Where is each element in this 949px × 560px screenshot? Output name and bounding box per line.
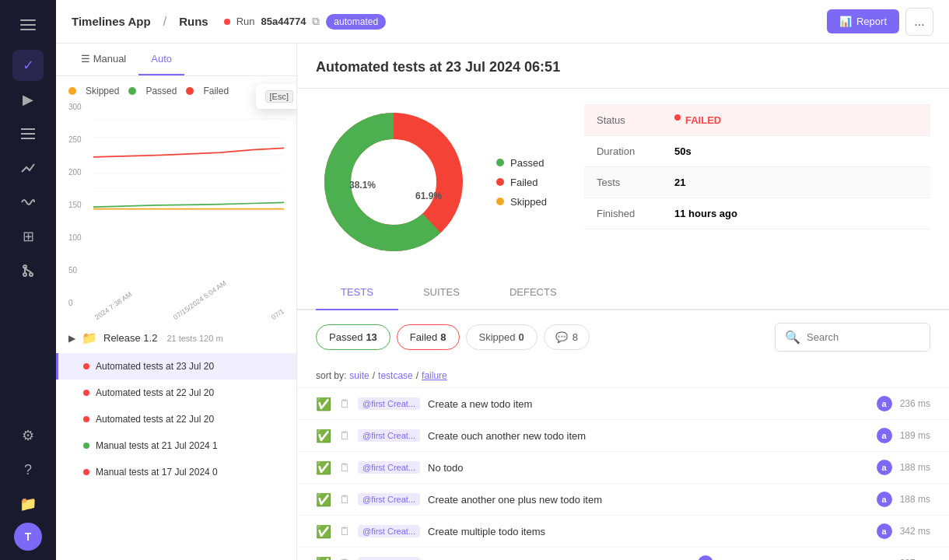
user-badge: a <box>877 523 892 539</box>
run-item[interactable]: Automated tests at 22 Jul 20 <box>56 406 296 432</box>
wave-icon[interactable] <box>12 187 44 218</box>
branch-icon[interactable] <box>12 255 44 286</box>
skipped-legend-label: Skipped <box>86 86 119 96</box>
svg-text:61.9%: 61.9% <box>415 191 442 201</box>
pass-icon: ✅ <box>316 556 331 561</box>
search-input[interactable] <box>807 331 920 343</box>
y-label-150: 150 <box>68 201 90 209</box>
suite-icon: 🗒 <box>339 429 350 442</box>
x-label-3: 07/1 <box>270 307 285 321</box>
status-row-finished: Finished 11 hours ago <box>584 198 930 229</box>
run-item[interactable]: Manual tests at 21 Jul 2024 1 <box>56 432 296 459</box>
x-label-1: 2024 7:38 AM <box>93 290 133 321</box>
pass-icon: ✅ <box>316 492 331 507</box>
run-status-dot <box>224 19 230 25</box>
sort-failure-link[interactable]: failure <box>422 370 447 381</box>
report-icon: 📊 <box>839 16 852 27</box>
tab-auto[interactable]: Auto <box>138 44 184 75</box>
test-item[interactable]: ✅ 🗒 @first Creat... Create multiple todo… <box>297 516 949 548</box>
test-item[interactable]: ✅ 🗒 @first Creat... Create a new todo it… <box>297 388 949 420</box>
suite-icon: 🗒 <box>339 461 350 474</box>
skipped-dot <box>496 198 504 205</box>
topbar: Timelines App / Runs Run 85a44774 ⧉ auto… <box>56 0 949 44</box>
tab-manual[interactable]: ☰ Manual <box>68 44 138 75</box>
check-icon[interactable]: ✓ <box>12 50 44 81</box>
filter-skipped-button[interactable]: Skipped 0 <box>466 324 538 350</box>
test-item[interactable]: ✅ 🗒 @first Creat... Create another one p… <box>297 484 949 516</box>
trending-icon[interactable] <box>12 152 44 184</box>
runs-panel: ☰ Manual Auto ✕ [Esc] Skipped Pas <box>56 44 297 560</box>
failed-legend: Failed <box>496 177 547 188</box>
test-duration: 188 ms <box>900 462 930 473</box>
run-item[interactable]: Automated tests at 23 Jul 20 <box>56 353 296 380</box>
run-item[interactable]: Automated tests at 22 Jul 20 <box>56 380 296 406</box>
donut-chart: 38.1% 61.9% <box>316 104 471 260</box>
copy-icon[interactable]: ⧉ <box>312 15 320 28</box>
app-title: Timelines App <box>72 15 151 28</box>
pass-icon: ✅ <box>316 460 331 475</box>
run-item-name: Automated tests at 22 Jul 20 <box>96 414 284 425</box>
test-name: Create ouch another new todo item <box>428 430 869 442</box>
checklist-icon[interactable] <box>12 118 44 149</box>
sort-testcase-link[interactable]: testcase <box>378 370 413 381</box>
svg-point-8 <box>30 273 33 276</box>
filter-passed-button[interactable]: Passed 13 <box>316 324 390 350</box>
suite-badge: @first Creat... <box>358 429 420 442</box>
test-duration: 342 ms <box>900 526 930 537</box>
folder-icon[interactable]: 📁 <box>12 488 44 520</box>
status-row-tests: Tests 21 <box>584 167 930 198</box>
svg-rect-4 <box>21 133 35 135</box>
svg-point-7 <box>23 273 26 276</box>
svg-rect-1 <box>20 24 36 26</box>
sort-suite-link[interactable]: suite <box>349 370 369 381</box>
y-label-50: 50 <box>68 266 90 275</box>
svg-rect-2 <box>20 29 36 30</box>
avatar[interactable]: T <box>14 523 42 551</box>
y-label-200: 200 <box>68 168 90 177</box>
skipped-label: Skipped <box>510 196 547 208</box>
hamburger-icon[interactable] <box>12 9 44 40</box>
svg-rect-3 <box>21 128 35 130</box>
tab-defects[interactable]: DEFECTS <box>485 275 582 310</box>
panel-tabs: TESTS SUITES DEFECTS <box>297 275 949 310</box>
right-panel: Automated tests at 23 Jul 2024 06:51 38.… <box>297 44 949 560</box>
tests-list: ✅ 🗒 @first Creat... Create a new todo it… <box>297 388 949 560</box>
play-icon[interactable]: ▶ <box>12 84 44 115</box>
pass-icon: ✅ <box>316 397 331 411</box>
run-item[interactable]: Manual tests at 17 Jul 2024 0 <box>56 459 296 485</box>
passed-filter-label: Passed <box>329 331 362 343</box>
run-item-name: Automated tests at 22 Jul 20 <box>96 387 284 398</box>
passed-label: Passed <box>510 157 544 169</box>
chat-button[interactable]: 💬 8 <box>544 324 590 350</box>
run-group-header[interactable]: ▶ 📁 Release 1.2 21 tests 120 m <box>56 323 296 353</box>
test-duration: 189 ms <box>900 430 930 441</box>
suite-icon: 🗒 <box>339 397 350 410</box>
test-item[interactable]: ✅ 🗒 @first Creat... Create ouch another … <box>297 420 949 452</box>
test-item[interactable]: ✅ 🗒 @first Creat... No todo a 188 ms <box>297 452 949 484</box>
suite-badge: @first Creat... <box>358 397 420 410</box>
pass-icon: ✅ <box>316 429 331 443</box>
failed-filter-label: Failed <box>410 331 437 343</box>
more-button[interactable]: ... <box>905 8 933 36</box>
passed-dot <box>496 159 504 166</box>
filter-failed-button[interactable]: Failed 8 <box>397 324 460 350</box>
passed-legend: Passed <box>496 157 547 169</box>
tab-tests[interactable]: TESTS <box>316 275 398 310</box>
suite-badge: @first Creat... <box>358 493 420 506</box>
settings-icon[interactable]: ⚙ <box>12 420 44 451</box>
test-name: Create a new todo item <box>428 398 869 410</box>
skipped-legend: Skipped <box>496 196 547 208</box>
search-box[interactable]: 🔍 <box>775 323 930 352</box>
report-button[interactable]: 📊 Report <box>827 9 899 33</box>
test-item[interactable]: ✅ 🗒 @first Creat... Todos containing wei… <box>297 548 949 560</box>
skipped-legend-dot <box>68 87 76 95</box>
table-icon[interactable]: ⊞ <box>12 221 44 252</box>
pass-icon: ✅ <box>316 524 331 539</box>
svg-text:38.1%: 38.1% <box>349 180 376 191</box>
run-item-name: Manual tests at 21 Jul 2024 1 <box>96 440 284 451</box>
failed-legend-dot <box>186 87 194 95</box>
suite-icon: 🗒 <box>339 557 350 560</box>
help-icon[interactable]: ? <box>12 454 44 485</box>
tests-key: Tests <box>597 177 674 188</box>
tab-suites[interactable]: SUITES <box>398 275 485 310</box>
